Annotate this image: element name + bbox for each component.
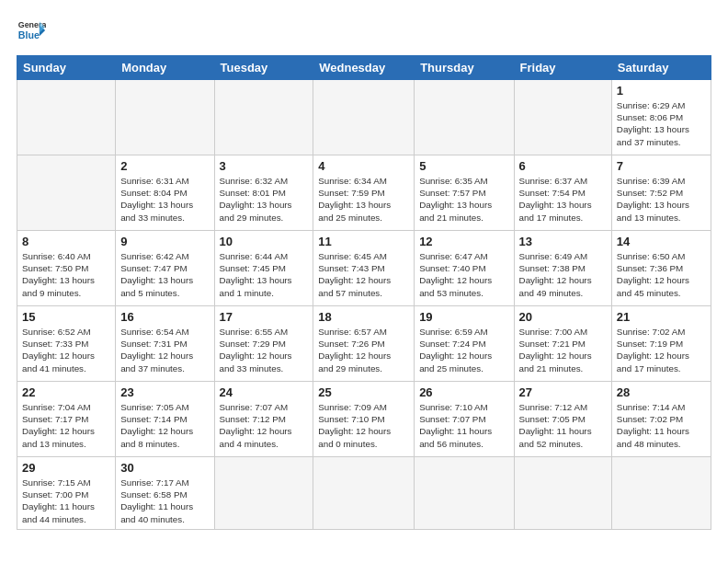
calendar-day-20: 20Sunrise: 7:00 AMSunset: 7:21 PMDayligh… (514, 306, 611, 382)
day-info: Sunrise: 6:42 AMSunset: 7:47 PMDaylight:… (120, 251, 193, 298)
day-number: 29 (22, 461, 110, 475)
weekday-header-wednesday: Wednesday (313, 56, 415, 80)
logo-icon: GeneralBlue (17, 17, 46, 46)
day-number: 12 (419, 235, 508, 248)
calendar-day-23: 23Sunrise: 7:05 AMSunset: 7:14 PMDayligh… (116, 382, 214, 457)
calendar-day-6: 6Sunrise: 6:37 AMSunset: 7:54 PMDaylight… (514, 155, 611, 231)
day-number: 6 (519, 159, 607, 173)
empty-cell (214, 80, 313, 155)
day-info: Sunrise: 6:34 AMSunset: 7:59 PMDaylight:… (318, 176, 391, 223)
calendar-day-22: 22Sunrise: 7:04 AMSunset: 7:17 PMDayligh… (17, 382, 116, 457)
day-number: 18 (318, 310, 409, 324)
day-info: Sunrise: 6:49 AMSunset: 7:38 PMDaylight:… (519, 251, 592, 298)
weekday-header-friday: Friday (514, 56, 611, 80)
empty-cell (116, 80, 214, 155)
day-info: Sunrise: 7:15 AMSunset: 7:00 PMDaylight:… (22, 477, 95, 524)
day-info: Sunrise: 7:10 AMSunset: 7:07 PMDaylight:… (419, 402, 492, 449)
day-info: Sunrise: 6:44 AMSunset: 7:45 PMDaylight:… (220, 251, 292, 298)
empty-cell (313, 457, 415, 530)
day-number: 3 (220, 159, 309, 173)
calendar-day-21: 21Sunrise: 7:02 AMSunset: 7:19 PMDayligh… (611, 306, 711, 382)
day-info: Sunrise: 6:39 AMSunset: 7:52 PMDaylight:… (617, 176, 689, 223)
day-info: Sunrise: 7:00 AMSunset: 7:21 PMDaylight:… (519, 327, 592, 373)
empty-cell (17, 80, 116, 155)
calendar-day-24: 24Sunrise: 7:07 AMSunset: 7:12 PMDayligh… (214, 382, 313, 457)
day-info: Sunrise: 7:09 AMSunset: 7:10 PMDaylight:… (318, 402, 391, 449)
calendar-day-19: 19Sunrise: 6:59 AMSunset: 7:24 PMDayligh… (415, 306, 514, 382)
day-number: 23 (120, 385, 209, 399)
day-info: Sunrise: 6:54 AMSunset: 7:31 PMDaylight:… (120, 327, 193, 373)
day-info: Sunrise: 6:29 AMSunset: 8:06 PMDaylight:… (617, 100, 689, 147)
calendar-week-3: 8Sunrise: 6:40 AMSunset: 7:50 PMDaylight… (17, 231, 711, 306)
empty-cell (313, 80, 415, 155)
empty-cell (514, 80, 611, 155)
empty-cell (17, 155, 116, 231)
weekday-header-tuesday: Tuesday (214, 56, 313, 80)
day-info: Sunrise: 6:40 AMSunset: 7:50 PMDaylight:… (22, 251, 95, 298)
weekday-header-saturday: Saturday (611, 56, 711, 80)
logo: GeneralBlue (17, 17, 46, 46)
day-number: 22 (22, 385, 110, 399)
day-info: Sunrise: 7:17 AMSunset: 6:58 PMDaylight:… (120, 477, 193, 524)
day-number: 14 (617, 235, 706, 248)
day-info: Sunrise: 6:57 AMSunset: 7:26 PMDaylight:… (318, 327, 391, 373)
calendar-week-6: 29Sunrise: 7:15 AMSunset: 7:00 PMDayligh… (17, 457, 711, 530)
day-info: Sunrise: 6:45 AMSunset: 7:43 PMDaylight:… (318, 251, 391, 298)
calendar-day-2: 2Sunrise: 6:31 AMSunset: 8:04 PMDaylight… (116, 155, 214, 231)
calendar-week-1: 1Sunrise: 6:29 AMSunset: 8:06 PMDaylight… (17, 80, 711, 155)
page: GeneralBlue SundayMondayTuesdayWednesday… (0, 0, 728, 563)
day-number: 8 (22, 235, 110, 248)
day-number: 10 (220, 235, 309, 248)
weekday-header-thursday: Thursday (415, 56, 514, 80)
day-info: Sunrise: 6:50 AMSunset: 7:36 PMDaylight:… (617, 251, 689, 298)
day-info: Sunrise: 6:59 AMSunset: 7:24 PMDaylight:… (419, 327, 492, 373)
day-info: Sunrise: 7:05 AMSunset: 7:14 PMDaylight:… (120, 402, 193, 449)
calendar-day-4: 4Sunrise: 6:34 AMSunset: 7:59 PMDaylight… (313, 155, 415, 231)
day-info: Sunrise: 7:07 AMSunset: 7:12 PMDaylight:… (220, 402, 292, 449)
day-number: 24 (220, 385, 309, 399)
day-info: Sunrise: 6:37 AMSunset: 7:54 PMDaylight:… (519, 176, 592, 223)
day-number: 27 (519, 385, 607, 399)
calendar-week-4: 15Sunrise: 6:52 AMSunset: 7:33 PMDayligh… (17, 306, 711, 382)
calendar-day-11: 11Sunrise: 6:45 AMSunset: 7:43 PMDayligh… (313, 231, 415, 306)
calendar-day-7: 7Sunrise: 6:39 AMSunset: 7:52 PMDaylight… (611, 155, 711, 231)
calendar-day-1: 1Sunrise: 6:29 AMSunset: 8:06 PMDaylight… (611, 80, 711, 155)
calendar-day-16: 16Sunrise: 6:54 AMSunset: 7:31 PMDayligh… (116, 306, 214, 382)
day-info: Sunrise: 6:55 AMSunset: 7:29 PMDaylight:… (220, 327, 292, 373)
calendar-week-2: 2Sunrise: 6:31 AMSunset: 8:04 PMDaylight… (17, 155, 711, 231)
day-number: 15 (22, 310, 110, 324)
day-number: 2 (120, 159, 209, 173)
calendar-day-12: 12Sunrise: 6:47 AMSunset: 7:40 PMDayligh… (415, 231, 514, 306)
calendar-day-8: 8Sunrise: 6:40 AMSunset: 7:50 PMDaylight… (17, 231, 116, 306)
day-number: 17 (220, 310, 309, 324)
weekday-header-sunday: Sunday (17, 56, 116, 80)
day-info: Sunrise: 7:02 AMSunset: 7:19 PMDaylight:… (617, 327, 689, 373)
day-info: Sunrise: 7:12 AMSunset: 7:05 PMDaylight:… (519, 402, 592, 449)
calendar-day-3: 3Sunrise: 6:32 AMSunset: 8:01 PMDaylight… (214, 155, 313, 231)
calendar-week-5: 22Sunrise: 7:04 AMSunset: 7:17 PMDayligh… (17, 382, 711, 457)
calendar-day-17: 17Sunrise: 6:55 AMSunset: 7:29 PMDayligh… (214, 306, 313, 382)
day-number: 9 (120, 235, 209, 248)
calendar-day-15: 15Sunrise: 6:52 AMSunset: 7:33 PMDayligh… (17, 306, 116, 382)
day-info: Sunrise: 6:32 AMSunset: 8:01 PMDaylight:… (220, 176, 292, 223)
day-number: 30 (120, 461, 209, 475)
empty-cell (611, 457, 711, 530)
calendar-day-28: 28Sunrise: 7:14 AMSunset: 7:02 PMDayligh… (611, 382, 711, 457)
day-info: Sunrise: 6:47 AMSunset: 7:40 PMDaylight:… (419, 251, 492, 298)
day-number: 28 (617, 385, 706, 399)
calendar-day-26: 26Sunrise: 7:10 AMSunset: 7:07 PMDayligh… (415, 382, 514, 457)
day-info: Sunrise: 7:04 AMSunset: 7:17 PMDaylight:… (22, 402, 95, 449)
calendar-day-14: 14Sunrise: 6:50 AMSunset: 7:36 PMDayligh… (611, 231, 711, 306)
day-info: Sunrise: 6:35 AMSunset: 7:57 PMDaylight:… (419, 176, 492, 223)
day-number: 1 (617, 84, 706, 98)
calendar-day-18: 18Sunrise: 6:57 AMSunset: 7:26 PMDayligh… (313, 306, 415, 382)
day-number: 25 (318, 385, 409, 399)
calendar-day-29: 29Sunrise: 7:15 AMSunset: 7:00 PMDayligh… (17, 457, 116, 530)
day-number: 4 (318, 159, 409, 173)
day-number: 16 (120, 310, 209, 324)
day-number: 11 (318, 235, 409, 248)
calendar-day-13: 13Sunrise: 6:49 AMSunset: 7:38 PMDayligh… (514, 231, 611, 306)
day-number: 26 (419, 385, 508, 399)
calendar-table: SundayMondayTuesdayWednesdayThursdayFrid… (17, 55, 711, 530)
empty-cell (415, 80, 514, 155)
